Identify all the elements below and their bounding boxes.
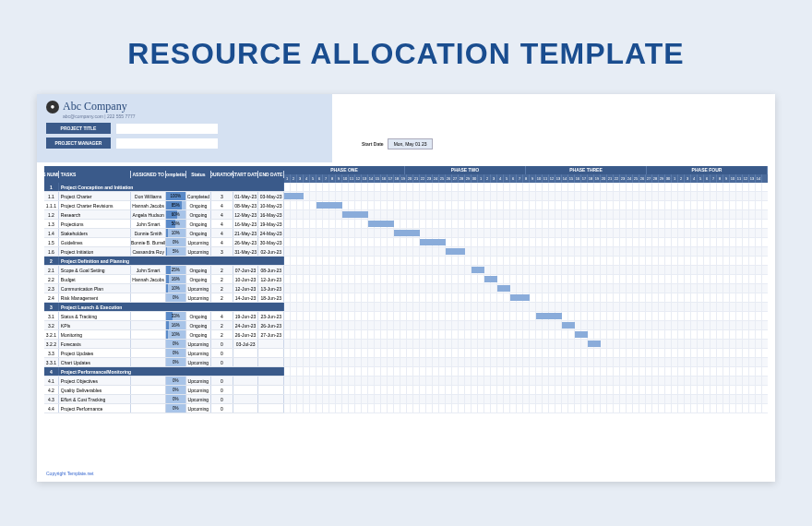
phase-header-cell: PHASE TWO xyxy=(405,166,526,174)
phase-row[interactable]: 1Project Conception and Initiation xyxy=(44,183,284,192)
gantt-bar[interactable] xyxy=(497,285,510,292)
task-row[interactable]: 3.2 KPIs 16% Ongoing 2 24-Jun-23 26-Jun-… xyxy=(44,321,284,330)
gantt-bar[interactable] xyxy=(575,331,588,338)
day-header-cell: 13 xyxy=(362,174,368,183)
day-header-cell: 11 xyxy=(543,174,549,183)
table-header-row: WBS NUMBER TASKS ASSIGNED TO Completion … xyxy=(44,166,284,183)
phase-row[interactable]: 4Project Performance/Monitoring xyxy=(44,367,284,377)
day-header-cell: 10 xyxy=(536,174,543,183)
task-table: WBS NUMBER TASKS ASSIGNED TO Completion … xyxy=(44,166,284,413)
header-assigned: ASSIGNED TO xyxy=(131,171,165,178)
task-row[interactable]: 4.1 Project Objectives 0% Upcoming 0 xyxy=(44,377,284,386)
gantt-row xyxy=(284,377,768,386)
gantt-row xyxy=(284,349,768,358)
day-header-cell: 1 xyxy=(478,174,484,183)
header-wbs: WBS NUMBER xyxy=(44,171,59,178)
project-title-input[interactable] xyxy=(116,124,218,134)
task-row[interactable]: 1.6 Project Initiation Cassandra Roy 5% … xyxy=(44,247,284,257)
phase-header-row: PHASE ONEPHASE TWOPHASE THREEPHASE FOUR xyxy=(284,166,768,174)
task-row[interactable]: 3.3 Project Updates 0% Upcoming 0 xyxy=(44,349,284,358)
day-header-cell: 13 xyxy=(749,174,756,183)
task-row[interactable]: 3.3.1 Chart Updates 0% Upcoming 0 xyxy=(44,358,284,367)
gantt-row xyxy=(284,229,768,238)
project-manager-label: PROJECT MANAGER xyxy=(46,137,111,149)
gantt-bar[interactable] xyxy=(316,202,342,209)
header-tasks: TASKS xyxy=(59,171,132,178)
day-header-cell: 7 xyxy=(323,174,329,183)
task-row[interactable]: 3.2.1 Monitoring 10% Ongoing 2 26-Jun-23… xyxy=(44,330,284,340)
day-header-cell: 6 xyxy=(510,174,517,183)
start-date-group: Start Date Mon, May 01 23 xyxy=(362,138,433,149)
start-date-value[interactable]: Mon, May 01 23 xyxy=(388,138,434,149)
gantt-row xyxy=(284,395,768,404)
day-header-cell: 4 xyxy=(691,174,698,183)
task-row[interactable]: 4.4 Project Performance 0% Upcoming 0 xyxy=(44,404,284,413)
day-header-cell: 29 xyxy=(465,174,472,183)
task-row[interactable]: 1.1 Project Charter Don Williams 100% Co… xyxy=(44,192,284,201)
task-row[interactable]: 4.3 Effort & Cost Tracking 0% Upcoming 0 xyxy=(44,395,284,404)
task-row[interactable]: 1.4 Stakeholders Donnie Smith 10% Ongoin… xyxy=(44,229,284,238)
day-header-cell: 12 xyxy=(355,174,362,183)
task-row[interactable]: 1.3 Projections John Smart 50% Ongoing 4… xyxy=(44,220,284,229)
task-row[interactable]: 1.2 Research Angela Hudson 60% Ongoing 4… xyxy=(44,210,284,220)
gantt-bar[interactable] xyxy=(510,294,530,301)
day-header-cell: 19 xyxy=(594,174,601,183)
gantt-bar[interactable] xyxy=(368,221,394,227)
day-header-cell: 20 xyxy=(407,174,413,183)
day-header-cell: 20 xyxy=(601,174,607,183)
header-status: Status xyxy=(186,171,212,178)
gantt-bar[interactable] xyxy=(484,276,497,282)
task-row[interactable]: 2.4 Risk Management 0% Upcoming 2 14-Jun… xyxy=(44,293,284,303)
task-row[interactable]: 2.1 Scope & Goal Setting John Smart 25% … xyxy=(44,266,284,275)
gantt-row xyxy=(284,210,768,220)
gantt-bar[interactable] xyxy=(420,239,446,245)
gantt-bar[interactable] xyxy=(446,248,465,255)
day-header-cell: 9 xyxy=(723,174,730,183)
day-header-cell: 4 xyxy=(497,174,504,183)
phase-row[interactable]: 3Project Launch & Execution xyxy=(44,303,284,312)
day-header-cell: 15 xyxy=(568,174,575,183)
header-end-date: END DATE xyxy=(258,171,284,178)
gantt-row xyxy=(284,183,768,192)
gantt-bar[interactable] xyxy=(394,230,420,236)
day-header-cell: 27 xyxy=(646,174,652,183)
day-header-cell: 23 xyxy=(426,174,433,183)
phase-row[interactable]: 2Project Definition and Planning xyxy=(44,257,284,266)
gantt-bar[interactable] xyxy=(536,313,562,319)
task-row[interactable]: 3.1 Status & Tracking 33% Ongoing 4 19-J… xyxy=(44,312,284,321)
company-name: Abc Company xyxy=(63,100,127,114)
day-header-cell: 2 xyxy=(291,174,297,183)
day-header-cell: 2 xyxy=(678,174,685,183)
task-row[interactable]: 1.5 Guidelines Bonnie B. Burrell 0% Upco… xyxy=(44,238,284,247)
day-header-cell: 3 xyxy=(491,174,497,183)
day-header-cell: 22 xyxy=(420,174,426,183)
task-row[interactable]: 1.1.1 Project Charter Revisions Hannah J… xyxy=(44,201,284,210)
task-row[interactable]: 2.3 Communication Plan 10% Upcoming 2 12… xyxy=(44,284,284,293)
phase-header-cell: PHASE ONE xyxy=(284,166,405,174)
start-date-label: Start Date xyxy=(362,141,384,147)
task-row[interactable]: 2.2 Budget Hannah Jacobs 16% Ongoing 2 1… xyxy=(44,275,284,284)
day-header-cell: 5 xyxy=(504,174,510,183)
day-header-cell: 17 xyxy=(581,174,588,183)
gantt-row xyxy=(284,386,768,395)
gantt-bar[interactable] xyxy=(562,322,575,329)
day-header-cell: 11 xyxy=(736,174,743,183)
project-manager-input[interactable] xyxy=(116,138,218,149)
copyright-link[interactable]: Copyright Template.net xyxy=(46,471,93,476)
day-header-cell: 29 xyxy=(659,174,665,183)
gantt-bar[interactable] xyxy=(472,267,484,273)
gantt-row xyxy=(284,275,768,284)
gantt-bar[interactable] xyxy=(588,341,601,347)
day-header-cell: 22 xyxy=(614,174,620,183)
task-row[interactable]: 4.2 Quality Deliverables 0% Upcoming 0 xyxy=(44,386,284,395)
gantt-bar[interactable] xyxy=(284,193,304,199)
day-header-cell: 18 xyxy=(394,174,400,183)
day-header-cell: 21 xyxy=(607,174,614,183)
phase-header-cell: PHASE THREE xyxy=(526,166,647,174)
gantt-bar[interactable] xyxy=(342,211,368,218)
day-header-cell: 23 xyxy=(620,174,627,183)
task-row[interactable]: 3.2.2 Forecasts 0% Upcoming 0 03-Jul-23 xyxy=(44,340,284,349)
gantt-row xyxy=(284,284,768,293)
day-header-cell: 24 xyxy=(627,174,633,183)
day-header-cell: 3 xyxy=(685,174,691,183)
